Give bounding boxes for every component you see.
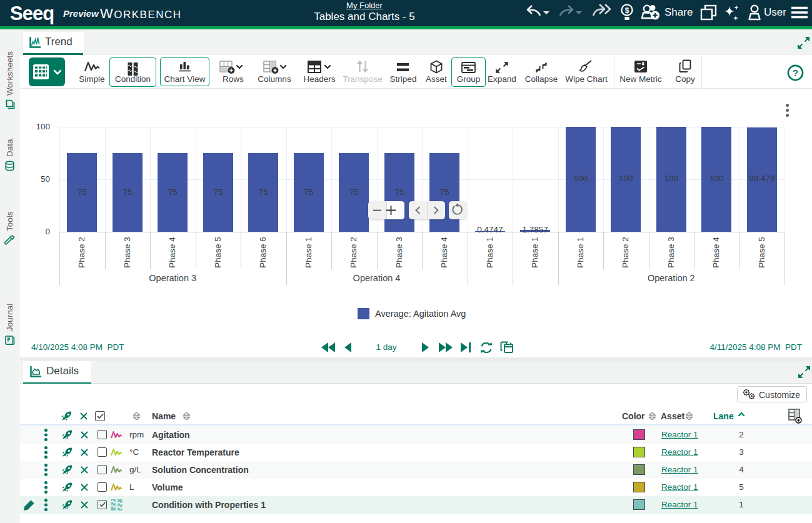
svg-text:?: ?: [793, 67, 798, 78]
svg-text:$: $: [625, 6, 629, 15]
